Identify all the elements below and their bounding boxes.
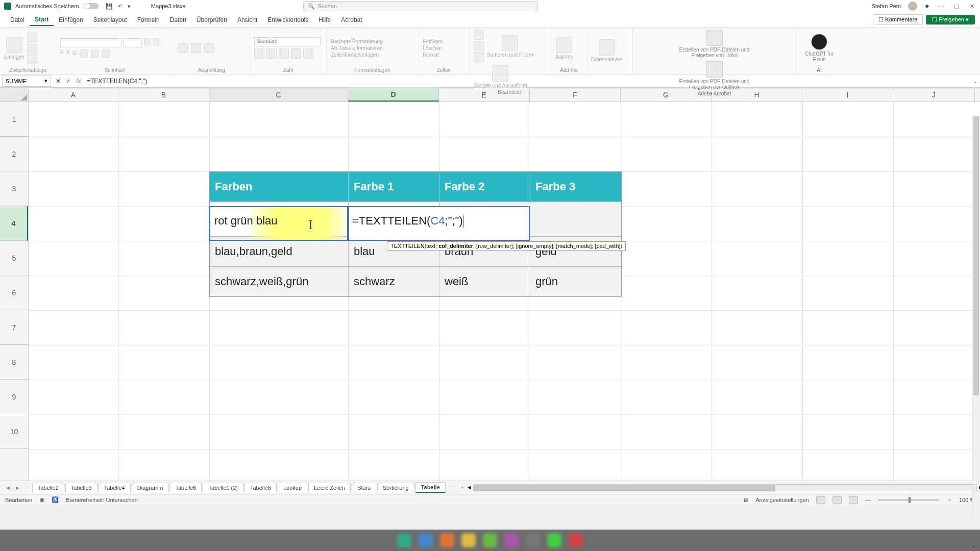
tab-hilfe[interactable]: Hilfe [313,14,336,26]
macro-record-icon[interactable]: ▣ [39,496,44,503]
row-header-2[interactable]: 2 [0,137,28,171]
accessibility-icon[interactable]: ♿ [52,496,59,503]
row-header-4[interactable]: 4 [0,206,28,241]
close-icon[interactable]: ✕ [968,3,976,10]
formula-tooltip[interactable]: TEXTTEILEN(text; col_delimiter; [row_del… [387,241,626,251]
paste-icon[interactable] [6,37,22,53]
th-farben[interactable]: Farben [210,172,349,202]
comments-button[interactable]: ☐ Kommentare [873,14,923,25]
pdf-link-icon[interactable] [706,30,723,46]
comma-icon[interactable] [279,48,289,59]
border-icon[interactable] [80,49,88,58]
th-farbe1[interactable]: Farbe 1 [349,172,439,202]
add-sheet-icon[interactable]: ＋ [459,484,465,491]
row-header-5[interactable]: 5 [0,241,28,276]
bold-icon[interactable]: F [60,49,63,58]
wrap-icon[interactable] [204,43,214,53]
sheet-tab-tabelle4[interactable]: Tabelle4 [99,483,131,492]
row-header-3[interactable]: 3 [0,171,28,206]
taskbar-icon[interactable] [440,533,454,547]
font-size-input[interactable] [124,38,142,47]
cell-d4-editing[interactable]: =TEXTTEILEN(C4;";") [348,206,530,241]
cell-styles-button[interactable]: Zellenformatvorlagen [331,52,383,58]
tab-start[interactable]: Start [30,14,54,26]
row-header-6[interactable]: 6 [0,276,28,310]
horizontal-scrollbar[interactable]: ◄ ► [473,484,977,491]
autosum-icon[interactable] [474,30,484,40]
underline-icon[interactable]: U [73,49,77,58]
cancel-formula-icon[interactable]: ✕ [53,78,63,85]
format-cells-button[interactable]: Format [423,52,443,58]
user-avatar[interactable] [908,2,917,11]
taskbar-icon[interactable] [526,533,540,547]
percent-icon[interactable] [266,48,277,59]
chatgpt-icon[interactable] [811,34,827,50]
insert-cells-button[interactable]: Einfügen [423,39,443,44]
italic-icon[interactable]: K [66,49,70,58]
taskbar-icon[interactable] [461,533,476,547]
taskbar-icon[interactable] [397,533,411,547]
undo-icon[interactable]: ↶ [118,3,122,10]
sheet-tab-tabelle6[interactable]: Tabelle6 [169,483,202,492]
tab-einfuegen[interactable]: Einfügen [54,14,88,26]
sheet-tab-tabelle8[interactable]: Tabelle8 [244,483,277,492]
tab-ansicht[interactable]: Ansicht [232,14,262,26]
username-label[interactable]: Stefan Petri [872,3,901,9]
select-all-corner[interactable] [0,88,29,102]
col-header-c[interactable]: C [209,88,348,102]
sheet-nav-prev-icon[interactable]: ◄ [5,485,11,491]
hscroll-left-icon[interactable]: ◄ [467,484,472,490]
tab-ueberpruefen[interactable]: Überprüfen [191,14,232,26]
filename-label[interactable]: Mappe3.xlsx [151,3,183,9]
clear-icon[interactable] [474,52,484,62]
zoom-slider[interactable] [878,499,939,501]
cell-c4-reference[interactable]: rot grün blau I [209,206,348,241]
scrollbar-thumb[interactable] [973,116,979,395]
sheet-tab-diagramm[interactable]: Diagramm [132,483,169,492]
sheet-tab-lookup[interactable]: Lookup [278,483,307,492]
hscroll-right-icon[interactable]: ► [978,484,980,490]
zoom-in-icon[interactable]: ＋ [946,496,952,504]
tab-datei[interactable]: Datei [5,14,30,26]
spreadsheet-grid[interactable]: 1 2 3 4 5 6 7 8 9 10 Farben Farbe 1 [0,102,980,481]
redo-icon[interactable]: ▾ [128,3,131,10]
row-header-8[interactable]: 8 [0,345,28,380]
vertical-scrollbar[interactable] [972,116,980,515]
fill-color-icon[interactable] [91,49,99,58]
zoom-out-icon[interactable]: — [865,497,871,503]
autosave-toggle[interactable] [84,3,99,9]
view-page-layout-icon[interactable] [832,496,842,504]
taskbar-icon[interactable] [569,533,583,547]
sheet-tab-tabelle2[interactable]: Tabelle2 [32,483,64,492]
sheet-tab-stars[interactable]: Stars [352,483,376,492]
taskbar-icon[interactable] [504,533,519,547]
dec-decimal-icon[interactable] [303,48,313,59]
col-header-i[interactable]: I [802,88,893,102]
delete-cells-button[interactable]: Löschen [423,45,443,51]
th-farbe3[interactable]: Farbe 3 [530,172,621,202]
name-box[interactable]: SUMME ▾ [2,76,51,87]
row-header-1[interactable]: 1 [0,102,28,137]
cell-e6[interactable]: weiß [439,267,530,296]
sheet-overflow-icon[interactable]: ⋯ [449,484,454,491]
data-analysis-icon[interactable] [599,39,615,56]
save-icon[interactable]: 💾 [106,3,113,10]
tab-formeln[interactable]: Formeln [132,14,165,26]
inc-decimal-icon[interactable] [291,48,301,59]
expand-formula-bar-icon[interactable]: ⌄ [971,78,980,85]
fx-icon[interactable]: fx [74,78,84,85]
tab-entwicklertools[interactable]: Entwicklertools [262,14,313,26]
cell-c6[interactable]: schwarz,weiß,grün [210,267,349,296]
confirm-formula-icon[interactable]: ✓ [63,78,74,85]
tab-acrobat[interactable]: Acrobat [336,14,367,26]
align-icon-2[interactable] [191,43,201,53]
font-color-icon[interactable] [102,49,110,58]
decrease-font-icon[interactable] [153,38,160,45]
display-settings-label[interactable]: Anzeigeeinstellungen [755,497,809,503]
sheet-tab-tabelle3[interactable]: Tabelle3 [65,483,97,492]
filename-dropdown-icon[interactable]: ▾ [183,3,186,10]
col-header-d[interactable]: D [348,88,439,102]
tab-seitenlayout[interactable]: Seitenlayout [88,14,132,26]
share-button[interactable]: ☐ Freigeben ▾ [926,15,975,24]
th-farbe2[interactable]: Farbe 2 [439,172,530,202]
